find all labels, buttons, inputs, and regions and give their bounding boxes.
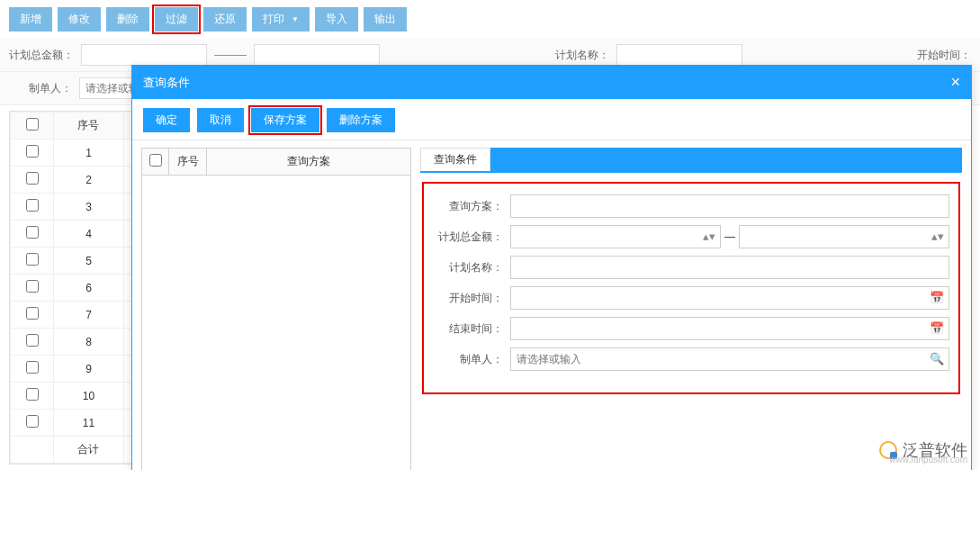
form-total-max-input[interactable] — [739, 225, 949, 248]
ok-button[interactable]: 确定 — [143, 108, 190, 132]
row-checkbox[interactable] — [26, 172, 39, 185]
row-seq: 9 — [54, 356, 124, 383]
row-seq: 2 — [54, 167, 124, 194]
calendar-icon[interactable]: 📅 — [930, 291, 944, 304]
total-label: 合计 — [54, 437, 124, 464]
row-checkbox[interactable] — [26, 388, 39, 401]
modal-title: 查询条件 — [143, 75, 190, 91]
plan-select-all-checkbox[interactable] — [149, 154, 162, 167]
row-checkbox[interactable] — [26, 145, 39, 158]
condition-panel: 查询条件 查询方案： 计划总金额： ▴▾ — ▴▾ 计划名称： — [420, 148, 962, 470]
row-checkbox[interactable] — [26, 415, 39, 428]
form-start-input[interactable] — [510, 286, 949, 310]
row-seq: 6 — [54, 275, 124, 302]
seq-header: 序号 — [54, 113, 124, 140]
restore-button[interactable]: 还原 — [203, 7, 247, 32]
total-amount-label: 计划总金额： — [9, 48, 74, 63]
calendar-icon[interactable]: 📅 — [930, 321, 944, 335]
range-dash: ——— — [214, 49, 247, 61]
new-button[interactable]: 新增 — [9, 7, 52, 32]
spinner-icon[interactable]: ▴▾ — [703, 230, 715, 243]
close-icon[interactable]: × — [950, 73, 960, 92]
plan-seq-header: 序号 — [169, 149, 207, 175]
cancel-button[interactable]: 取消 — [197, 108, 244, 132]
row-checkbox[interactable] — [26, 280, 39, 293]
row-checkbox[interactable] — [26, 226, 39, 239]
row-seq: 7 — [54, 302, 124, 329]
form-name-input[interactable] — [510, 256, 949, 279]
modal-header: 查询条件 × — [132, 66, 971, 99]
row-checkbox[interactable] — [26, 361, 39, 374]
form-creator-label: 制单人： — [433, 352, 503, 367]
form-total-min-input[interactable] — [510, 225, 721, 248]
form-end-label: 结束时间： — [433, 321, 503, 337]
plan-name-input[interactable] — [616, 44, 742, 66]
range-dash: — — [724, 230, 735, 243]
row-seq: 3 — [54, 194, 124, 221]
row-seq: 11 — [54, 410, 124, 437]
tab-spacer — [490, 148, 962, 171]
edit-button[interactable]: 修改 — [58, 7, 101, 32]
row-checkbox[interactable] — [26, 334, 39, 347]
row-seq: 1 — [54, 140, 124, 167]
form-start-label: 开始时间： — [433, 291, 503, 306]
query-modal: 查询条件 × 确定 取消 保存方案 删除方案 序号 查询方案 查询条件 查询方案… — [131, 65, 972, 470]
search-icon[interactable]: 🔍 — [930, 352, 944, 365]
form-creator-input[interactable] — [510, 347, 949, 371]
form-plan-input[interactable] — [510, 194, 949, 218]
select-all-checkbox[interactable] — [26, 118, 39, 131]
start-time-label: 开始时间： — [908, 48, 971, 63]
plan-name-header: 查询方案 — [207, 149, 410, 175]
total-amount-max-input[interactable] — [254, 44, 380, 66]
print-button[interactable]: 打印 — [252, 7, 310, 32]
form-total-label: 计划总金额： — [433, 230, 503, 245]
row-seq: 8 — [54, 329, 124, 356]
filter-button[interactable]: 过滤 — [155, 7, 198, 32]
row-seq: 10 — [54, 383, 124, 410]
spinner-icon[interactable]: ▴▾ — [931, 230, 944, 243]
row-checkbox[interactable] — [26, 307, 39, 320]
import-button[interactable]: 导入 — [315, 7, 358, 32]
save-plan-button[interactable]: 保存方案 — [251, 108, 319, 132]
watermark: 泛普软件 www.fanpusoft.com — [879, 439, 967, 461]
creator-label: 制单人： — [9, 81, 72, 96]
row-checkbox[interactable] — [26, 253, 39, 266]
export-button[interactable]: 输出 — [364, 7, 407, 32]
total-amount-min-input[interactable] — [81, 44, 207, 66]
brand-url: www.fanpusoft.com — [889, 455, 967, 464]
plan-name-label: 计划名称： — [546, 48, 609, 63]
form-name-label: 计划名称： — [433, 260, 503, 275]
form-plan-label: 查询方案： — [433, 199, 503, 214]
query-form: 查询方案： 计划总金额： ▴▾ — ▴▾ 计划名称： 开始时间： — [422, 182, 960, 394]
row-seq: 4 — [54, 221, 124, 248]
delete-button[interactable]: 删除 — [106, 7, 149, 32]
delete-plan-button[interactable]: 删除方案 — [327, 108, 395, 132]
row-checkbox[interactable] — [26, 199, 39, 212]
tab-bar: 查询条件 — [420, 148, 962, 173]
plan-list-body — [142, 176, 410, 470]
form-end-input[interactable] — [510, 317, 949, 340]
tab-query-condition[interactable]: 查询条件 — [420, 148, 490, 171]
plan-list-panel: 序号 查询方案 — [141, 148, 411, 470]
row-seq: 5 — [54, 248, 124, 275]
main-toolbar: 新增 修改 删除 过滤 还原 打印 导入 输出 — [0, 0, 980, 39]
modal-toolbar: 确定 取消 保存方案 删除方案 — [132, 99, 971, 140]
